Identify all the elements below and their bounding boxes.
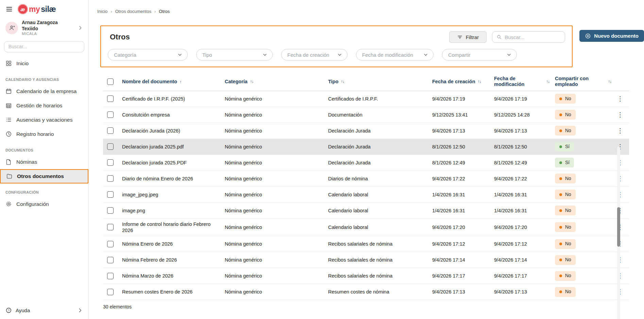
header-compartir[interactable]: Compartir con empleado ↑↓ xyxy=(552,73,614,91)
sort-both-icon: ↑↓ xyxy=(250,79,253,84)
header-nombre[interactable]: Nombre del documento ↑ xyxy=(119,73,222,91)
sidebar-item-label: Configuración xyxy=(16,201,49,207)
sidebar-item-configuracion[interactable]: Configuración xyxy=(0,197,88,211)
document-category: Nómina genérico xyxy=(222,155,325,171)
shared-badge: Sí xyxy=(555,158,574,167)
header-fecha-creacion[interactable]: Fecha de creación ↑↓ xyxy=(429,73,491,91)
badge-label: No xyxy=(565,241,571,247)
table-row[interactable]: Declaracion jurada 2025.pdf Nómina genér… xyxy=(103,139,629,155)
table-row[interactable]: image.png Nómina genérico Calendario lab… xyxy=(103,202,629,218)
filter-dropdown-fecha-creacion[interactable]: Fecha de creación xyxy=(281,49,348,60)
table-scrollbar[interactable] xyxy=(617,147,620,319)
chevron-right-icon xyxy=(77,307,83,313)
breadcrumb-inicio[interactable]: Inicio xyxy=(97,9,107,14)
table-row[interactable]: Resumen costes Enero de 2026 Nómina gené… xyxy=(103,284,629,300)
row-checkbox[interactable] xyxy=(107,241,114,247)
shared-badge: No xyxy=(555,206,576,215)
chevron-down-icon xyxy=(262,52,268,57)
sidebar-item-calendario-empresa[interactable]: Calendario de la empresa xyxy=(0,84,88,99)
badge-dot-icon xyxy=(559,129,562,132)
sidebar-item-ausencias[interactable]: Ausencias y vacaciones xyxy=(0,113,88,127)
document-category: Nómina genérico xyxy=(222,107,325,123)
document-modified-date: 9/4/2026 17:13 xyxy=(491,123,552,139)
header-fecha-modificacion[interactable]: Fecha de modificación ↑↓ xyxy=(491,73,552,91)
scrollbar-thumb[interactable] xyxy=(617,207,620,247)
table-row[interactable]: Declaracion jurada 2025.PDF Nómina genér… xyxy=(103,155,629,171)
breadcrumb-otros-documentos[interactable]: Otros documentos xyxy=(115,9,151,14)
document-created-date: 9/4/2026 17:19 xyxy=(429,91,491,107)
logo-circle-icon: æ xyxy=(18,4,28,14)
user-name: Arnau Zaragoza Texiido xyxy=(22,20,74,32)
row-checkbox[interactable] xyxy=(107,111,114,118)
table-row[interactable]: Nómina Marzo de 2026 Nómina genérico Rec… xyxy=(103,268,629,284)
filter-dropdown-label: Fecha de creación xyxy=(287,52,329,58)
table-row[interactable]: Informe de control horario diario Febrer… xyxy=(103,218,629,236)
sidebar-item-otros-documentos[interactable]: Otros documentos xyxy=(0,169,88,183)
document-name: Resumen costes Enero de 2026 xyxy=(122,289,192,295)
calendar-icon xyxy=(5,88,12,94)
row-checkbox[interactable] xyxy=(107,159,114,166)
row-checkbox[interactable] xyxy=(107,224,114,230)
sidebar-section-configuracion: CONFIGURACIÓN xyxy=(0,183,88,197)
chevron-down-icon xyxy=(337,52,342,57)
row-checkbox[interactable] xyxy=(107,191,114,198)
badge-label: No xyxy=(565,224,571,230)
sidebar-item-registro-horario[interactable]: Registro horario xyxy=(0,127,88,141)
table-row[interactable]: Diario de nómina Enero de 2026 Nómina ge… xyxy=(103,171,629,187)
filters-panel: Otros Filtrar xyxy=(100,25,573,67)
row-checkbox[interactable] xyxy=(107,143,114,150)
header-label: Fecha de creación xyxy=(432,79,475,84)
select-all-checkbox[interactable] xyxy=(107,78,114,85)
badge-dot-icon xyxy=(559,145,562,148)
filter-button[interactable]: Filtrar xyxy=(449,31,487,43)
row-checkbox[interactable] xyxy=(107,257,114,263)
page-title: Otros xyxy=(110,33,130,41)
row-checkbox[interactable] xyxy=(107,207,114,214)
table-row[interactable]: Nómina Enero de 2026 Nómina genérico Rec… xyxy=(103,236,629,252)
logo-text-silae: silæ xyxy=(41,5,56,14)
document-name: Nómina Febrero de 2026 xyxy=(122,257,177,263)
filter-dropdown-categoria[interactable]: Categoría xyxy=(108,49,188,60)
menu-toggle-icon[interactable] xyxy=(5,5,13,13)
table-row[interactable]: image_jpeg.jpeg Nómina genérico Calendar… xyxy=(103,187,629,202)
sidebar-section-documentos: DOCUMENTOS xyxy=(0,141,88,155)
document-name: Consitutción empresa xyxy=(122,112,170,118)
sort-both-icon: ↑↓ xyxy=(478,79,481,84)
filter-dropdown-compartir[interactable]: Compartir xyxy=(442,49,517,60)
document-type: Recibos salariales de nómina xyxy=(325,268,429,284)
badge-label: No xyxy=(565,112,571,118)
row-checkbox[interactable] xyxy=(107,175,114,182)
document-name: Declaracion jurada 2025.PDF xyxy=(122,160,187,165)
row-menu-icon[interactable]: ⋮ xyxy=(617,111,624,118)
row-checkbox[interactable] xyxy=(107,273,114,279)
user-profile[interactable]: Arnau Zaragoza Texiido MICALA xyxy=(0,16,88,39)
row-menu-icon[interactable]: ⋮ xyxy=(617,127,624,134)
sidebar-item-nominas[interactable]: Nóminas xyxy=(0,155,88,169)
badge-dot-icon xyxy=(559,209,562,212)
document-modified-date: 8/1/2026 12:49 xyxy=(491,155,552,171)
header-tipo[interactable]: Tipo ↑↓ xyxy=(325,73,429,91)
row-checkbox[interactable] xyxy=(107,127,114,134)
table-row[interactable]: Consitutción empresa Nómina genérico Doc… xyxy=(103,107,629,123)
row-checkbox[interactable] xyxy=(107,95,114,102)
filter-dropdown-tipo[interactable]: Tipo xyxy=(196,49,273,60)
sidebar-item-inicio[interactable]: Inicio xyxy=(0,56,88,71)
new-document-button[interactable]: Nuevo documento xyxy=(579,30,644,42)
row-menu-icon[interactable]: ⋮ xyxy=(617,95,624,102)
sidebar-search-input[interactable] xyxy=(4,41,84,52)
table-search-input[interactable] xyxy=(505,34,561,40)
table-row[interactable]: Certificado de I.R.P.F. (2025) Nómina ge… xyxy=(103,91,629,107)
badge-dot-icon xyxy=(559,274,562,277)
badge-dot-icon xyxy=(559,98,562,100)
svg-text:?: ? xyxy=(8,309,10,312)
row-checkbox[interactable] xyxy=(107,289,114,295)
header-categoria[interactable]: Categoría ↑↓ xyxy=(222,73,325,91)
filter-dropdown-fecha-modificacion[interactable]: Fecha de modificación xyxy=(356,49,434,60)
table-row[interactable]: Nómina Febrero de 2026 Nómina genérico R… xyxy=(103,252,629,268)
app-logo[interactable]: æ my silæ xyxy=(18,4,56,14)
table-row[interactable]: Declaración Jurada (2026) Nómina genéric… xyxy=(103,123,629,139)
sidebar-item-ayuda[interactable]: ? Ayuda xyxy=(0,302,88,319)
document-created-date: 9/4/2026 17:13 xyxy=(429,123,491,139)
document-name: image.png xyxy=(122,208,145,213)
sidebar-item-gestion-horarios[interactable]: Gestión de horarios xyxy=(0,99,88,113)
